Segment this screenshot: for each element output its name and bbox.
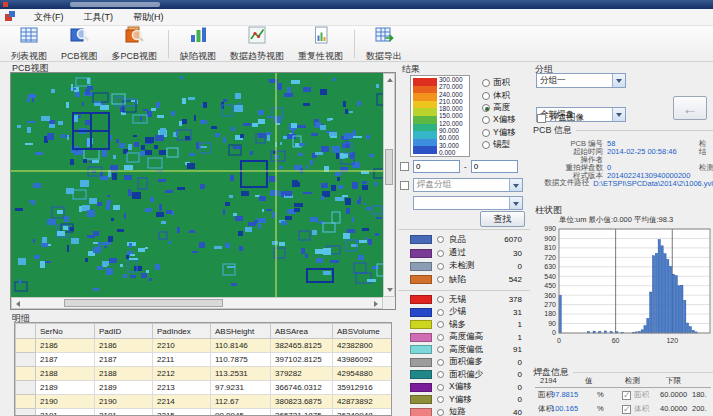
chevron-down-icon[interactable]	[509, 179, 522, 191]
scrollbar-thumb[interactable]	[385, 149, 393, 185]
radio-button[interactable]	[482, 129, 490, 137]
column-header-SerNo[interactable]: SerNo	[36, 324, 95, 339]
metric-option-锡型: 锡型	[482, 139, 530, 151]
table-row[interactable]: 219021902214112.67380823.687542873892	[16, 395, 392, 409]
row-selector[interactable]	[16, 339, 36, 353]
title-bar[interactable]	[0, 0, 713, 9]
svg-text:810: 810	[544, 244, 556, 251]
radio-button[interactable]	[437, 236, 444, 243]
table-row[interactable]: 218721872211110.7875397102.812543986092	[16, 353, 392, 367]
radio-button[interactable]	[437, 334, 444, 341]
pcb-board-canvas[interactable]	[11, 73, 383, 297]
pad-image-label: 焊盘图像	[550, 112, 584, 124]
row-selector[interactable]	[16, 367, 36, 381]
status-label: X偏移	[449, 381, 472, 393]
table-cell: 2212	[153, 367, 211, 381]
row-selector[interactable]	[16, 409, 36, 416]
range-to-input[interactable]	[471, 160, 518, 173]
row-selector[interactable]	[16, 395, 36, 409]
chevron-down-icon[interactable]	[612, 108, 625, 121]
status-label: 少锡	[449, 306, 466, 318]
column-header-PadIndex[interactable]: PadIndex	[153, 324, 211, 339]
table-cell: 110.7875	[211, 353, 271, 367]
menu-item-0[interactable]: 文件(F)	[32, 10, 66, 25]
radio-button[interactable]	[482, 104, 490, 112]
pad-image-checkbox[interactable]	[537, 114, 546, 123]
toolbar-button-7[interactable]: 数据导出	[359, 27, 409, 60]
radio-button[interactable]	[437, 250, 444, 257]
window-title	[70, 2, 160, 7]
toolbar-button-2[interactable]: PCB视图	[54, 27, 105, 60]
table-cell: 2189	[95, 381, 153, 395]
radio-button[interactable]	[437, 276, 444, 283]
scroll-right-icon[interactable]	[374, 301, 378, 307]
scroll-left-icon[interactable]	[16, 301, 20, 307]
pad-metric-checkbox[interactable]	[622, 391, 631, 402]
toolbar-button-3[interactable]: 多PCB视图	[105, 27, 165, 60]
toolbar-button-4[interactable]: 缺陷视图	[173, 27, 223, 60]
table-cell: 43986092	[333, 353, 392, 367]
pad-check-label: 体积	[634, 404, 649, 414]
metric-radio-group: 面积体积高度X偏移Y偏移锡型	[482, 77, 530, 151]
radio-button[interactable]	[482, 92, 490, 100]
row-selector[interactable]	[16, 353, 36, 367]
pad-group-checkbox[interactable]	[400, 181, 409, 190]
table-cell: 110.8146	[211, 339, 271, 353]
scroll-up-icon[interactable]	[387, 78, 393, 82]
info-label: 数据文件路径	[533, 178, 589, 188]
search-button[interactable]: 查找	[480, 211, 525, 227]
table-row[interactable]: 21892189221397.9231366746.031235912916	[16, 381, 392, 395]
menu-item-2[interactable]: 帮助(H)	[131, 10, 166, 25]
chevron-down-icon[interactable]	[509, 197, 522, 209]
table-row[interactable]: 218621862210110.8146382465.812542382800	[16, 339, 392, 353]
scrollbar-thumb[interactable]	[64, 299, 223, 307]
radio-button[interactable]	[437, 371, 444, 378]
chevron-down-icon[interactable]	[612, 74, 625, 87]
radio-button[interactable]	[437, 346, 444, 353]
pad-subgroup-select[interactable]	[413, 196, 523, 210]
column-header-ABSVolume[interactable]: ABSVolume	[333, 324, 392, 339]
column-header-PadID[interactable]: PadID	[95, 324, 153, 339]
radio-button[interactable]	[437, 321, 444, 328]
range-from-input[interactable]	[413, 160, 460, 173]
pad-upper-limit: 200.	[692, 404, 707, 413]
histogram-chart: 090180270360450540630720810900990060120	[535, 225, 712, 355]
radio-button[interactable]	[437, 384, 444, 391]
table-row[interactable]: 218821882212113.253137928242954880	[16, 367, 392, 381]
radio-button[interactable]	[437, 263, 444, 270]
status-count: 542	[509, 275, 522, 284]
radio-button[interactable]	[437, 359, 444, 366]
row-selector[interactable]	[16, 381, 36, 395]
radio-button[interactable]	[482, 141, 490, 149]
scroll-down-icon[interactable]	[387, 288, 393, 292]
toolbar-button-1[interactable]: 列表视图	[4, 27, 54, 60]
radio-button[interactable]	[437, 396, 444, 403]
radio-button[interactable]	[437, 296, 444, 303]
range-filter-checkbox[interactable]	[400, 162, 409, 171]
group-select[interactable]: 分组一	[536, 73, 626, 88]
row-selector-header	[16, 324, 36, 339]
toolbar-button-5[interactable]: 数据趋势视图	[223, 27, 291, 60]
radio-button[interactable]	[482, 79, 490, 87]
height-colorbar: 300.000270.000240.000210.000180.000150.0…	[410, 75, 470, 157]
table-row[interactable]: 21912191221599.0945365721.187536240948	[16, 409, 392, 416]
radio-button[interactable]	[437, 309, 444, 316]
toolbar-button-6[interactable]: 重复性视图	[291, 27, 350, 60]
menu-item-1[interactable]: 工具(T)	[82, 10, 116, 25]
column-header-ABSArea[interactable]: ABSArea	[271, 324, 333, 339]
pad-metric-checkbox[interactable]	[622, 405, 631, 416]
pad-group-select[interactable]: 焊盘分组	[413, 178, 523, 192]
table-cell: 36240948	[333, 409, 392, 416]
radio-button[interactable]	[437, 409, 444, 416]
table-cell: 382465.8125	[271, 339, 333, 353]
pcb-horizontal-scrollbar[interactable]	[11, 297, 383, 309]
metric-option-Y偏移: Y偏移	[482, 127, 530, 139]
details-grid: SerNoPadIDPadIndexABSHeightABSAreaABSVol…	[14, 322, 392, 416]
back-button[interactable]: ←	[673, 96, 707, 120]
table-cell: 99.0945	[211, 409, 271, 416]
radio-button[interactable]	[482, 116, 490, 124]
column-header-ABSHeight[interactable]: ABSHeight	[211, 324, 271, 339]
status-count: 0	[518, 358, 522, 367]
status-item-缺陷: 缺陷542	[398, 273, 530, 286]
pcb-vertical-scrollbar[interactable]	[383, 73, 395, 297]
